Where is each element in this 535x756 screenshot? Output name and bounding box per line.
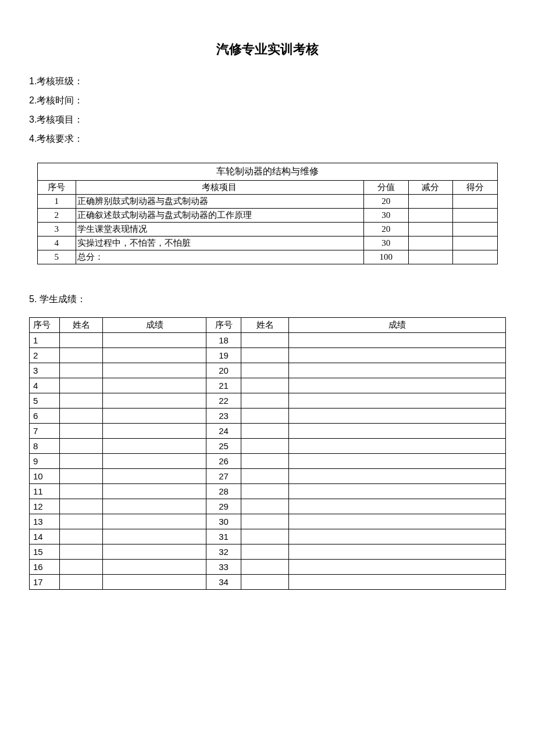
scores-cell-seq-left: 5: [30, 393, 60, 409]
scores-cell-score-right: [289, 409, 506, 424]
criteria-cell-item: 正确辨别鼓式制动器与盘式制动器: [76, 195, 363, 209]
field-requirement: 4.考核要求：: [29, 133, 506, 145]
field-class: 1.考核班级：: [29, 76, 506, 88]
scores-cell-score-left: [103, 454, 206, 469]
scores-cell-score-left: [103, 514, 206, 529]
scores-row: 1532: [30, 544, 506, 560]
criteria-cell-deduct: [408, 209, 453, 223]
criteria-cell-seq: 1: [38, 195, 76, 209]
scores-cell-score-right: [289, 544, 506, 560]
criteria-cell-seq: 5: [38, 250, 76, 264]
scores-cell-seq-left: 8: [30, 439, 60, 454]
scores-cell-score-right: [289, 529, 506, 544]
scores-cell-seq-right: 32: [206, 544, 241, 560]
scores-cell-name-left: [60, 529, 103, 544]
scores-header-name-right: 姓名: [241, 318, 289, 333]
scores-cell-seq-right: 25: [206, 439, 241, 454]
criteria-header-item: 考核项目: [76, 181, 363, 195]
scores-cell-score-right: [289, 424, 506, 439]
criteria-row: 5总分：100: [38, 250, 498, 264]
scores-cell-score-left: [103, 499, 206, 514]
scores-cell-score-left: [103, 439, 206, 454]
scores-header-seq-right: 序号: [206, 318, 241, 333]
criteria-cell-deduct: [408, 250, 453, 264]
scores-cell-score-right: [289, 393, 506, 409]
criteria-cell-final: [453, 209, 498, 223]
scores-cell-name-left: [60, 560, 103, 575]
scores-row: 219: [30, 348, 506, 363]
scores-table: 序号 姓名 成绩 序号 姓名 成绩 1182193204215226237248…: [29, 317, 506, 590]
criteria-table: 车轮制动器的结构与维修 序号 考核项目 分值 减分 得分 1正确辨别鼓式制动器与…: [37, 163, 498, 264]
scores-cell-name-left: [60, 393, 103, 409]
scores-row: 1229: [30, 499, 506, 514]
scores-row: 1027: [30, 469, 506, 484]
criteria-row: 4实操过程中，不怕苦，不怕脏30: [38, 237, 498, 250]
scores-row: 1734: [30, 575, 506, 590]
scores-cell-score-left: [103, 424, 206, 439]
scores-cell-name-right: [241, 575, 289, 590]
scores-cell-name-left: [60, 544, 103, 560]
scores-cell-name-right: [241, 514, 289, 529]
scores-cell-score-right: [289, 378, 506, 393]
scores-cell-seq-right: 27: [206, 469, 241, 484]
scores-cell-score-left: [103, 393, 206, 409]
scores-cell-score-right: [289, 514, 506, 529]
scores-cell-name-right: [241, 454, 289, 469]
scores-cell-name-right: [241, 499, 289, 514]
scores-cell-name-left: [60, 363, 103, 378]
scores-cell-seq-right: 29: [206, 499, 241, 514]
criteria-cell-deduct: [408, 223, 453, 237]
scores-row: 522: [30, 393, 506, 409]
scores-cell-name-left: [60, 378, 103, 393]
scores-cell-name-right: [241, 393, 289, 409]
scores-cell-name-right: [241, 484, 289, 499]
scores-cell-name-left: [60, 514, 103, 529]
criteria-cell-seq: 2: [38, 209, 76, 223]
scores-cell-score-left: [103, 575, 206, 590]
scores-header-name-left: 姓名: [60, 318, 103, 333]
scores-cell-score-right: [289, 484, 506, 499]
scores-cell-score-left: [103, 560, 206, 575]
scores-cell-name-left: [60, 424, 103, 439]
scores-row: 421: [30, 378, 506, 393]
scores-cell-seq-left: 16: [30, 560, 60, 575]
criteria-cell-final: [453, 237, 498, 250]
scores-cell-score-left: [103, 529, 206, 544]
criteria-cell-seq: 3: [38, 223, 76, 237]
scores-cell-seq-left: 1: [30, 333, 60, 348]
scores-cell-seq-left: 13: [30, 514, 60, 529]
scores-row: 825: [30, 439, 506, 454]
scores-cell-score-left: [103, 363, 206, 378]
scores-cell-seq-right: 23: [206, 409, 241, 424]
scores-label: 5. 学生成绩：: [29, 293, 506, 306]
scores-cell-name-right: [241, 424, 289, 439]
scores-cell-seq-right: 33: [206, 560, 241, 575]
scores-cell-seq-left: 17: [30, 575, 60, 590]
scores-cell-name-left: [60, 469, 103, 484]
scores-cell-seq-right: 34: [206, 575, 241, 590]
criteria-cell-seq: 4: [38, 237, 76, 250]
scores-cell-name-left: [60, 499, 103, 514]
scores-cell-name-left: [60, 439, 103, 454]
scores-cell-name-right: [241, 439, 289, 454]
scores-cell-name-left: [60, 575, 103, 590]
scores-cell-name-left: [60, 333, 103, 348]
criteria-cell-final: [453, 195, 498, 209]
scores-cell-name-right: [241, 378, 289, 393]
scores-cell-score-right: [289, 499, 506, 514]
scores-cell-seq-right: 18: [206, 333, 241, 348]
page-title: 汽修专业实训考核: [29, 41, 506, 58]
criteria-table-title: 车轮制动器的结构与维修: [38, 163, 498, 181]
scores-cell-score-left: [103, 484, 206, 499]
scores-cell-seq-left: 2: [30, 348, 60, 363]
scores-cell-score-right: [289, 333, 506, 348]
scores-header-score-left: 成绩: [103, 318, 206, 333]
scores-cell-seq-left: 7: [30, 424, 60, 439]
scores-cell-seq-left: 10: [30, 469, 60, 484]
scores-cell-score-right: [289, 575, 506, 590]
field-time: 2.考核时间：: [29, 95, 506, 107]
criteria-cell-score: 100: [363, 250, 408, 264]
scores-header-seq-left: 序号: [30, 318, 60, 333]
scores-cell-name-right: [241, 544, 289, 560]
criteria-header-seq: 序号: [38, 181, 76, 195]
